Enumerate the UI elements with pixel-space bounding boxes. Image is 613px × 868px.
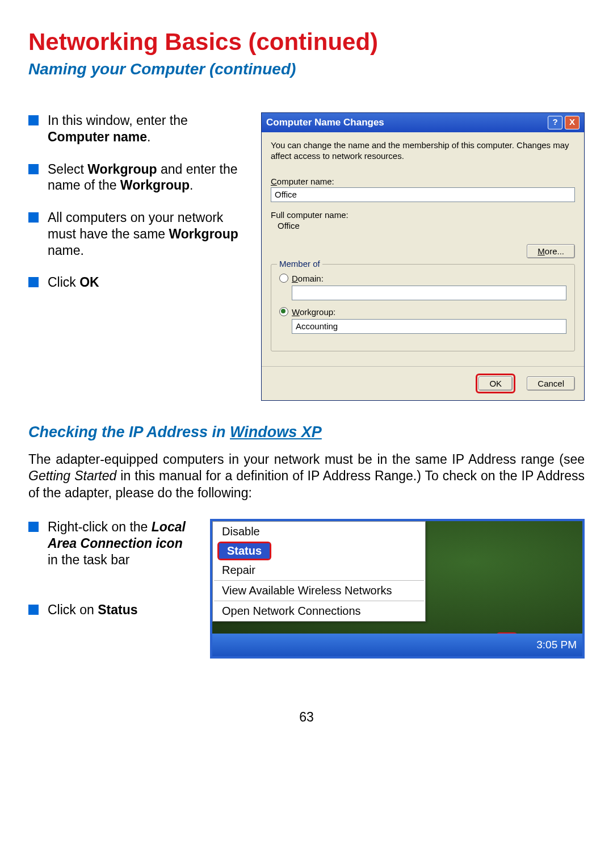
domain-input[interactable] [292,286,566,300]
member-of-group: Member of Domain: Workgroup: Accounting [271,264,575,351]
workgroup-input[interactable]: Accounting [292,319,566,334]
dialog-actions: OK Cancel [262,366,584,400]
menu-item-view-networks[interactable]: View Available Wireless Networks [214,582,424,599]
context-menu: Disable Status Repair View Available Wir… [212,521,426,622]
full-computer-name-value: Office [271,221,575,230]
menu-item-repair[interactable]: Repair [214,561,424,579]
help-button[interactable]: ? [548,116,562,129]
instruction-item: Click OK [28,274,244,291]
instruction-item: All computers on your network must have … [28,209,244,258]
full-computer-name-label: Full computer name: [271,210,575,220]
group-title: Member of [277,259,322,269]
taskbar[interactable]: 3:05 PM [212,634,582,656]
instruction-item: Click on Status [28,602,193,618]
ip-section-paragraph: The adapter-equipped computers in your n… [28,451,585,502]
section-subtitle: Naming your Computer (continued) [28,60,585,78]
computer-name-input[interactable]: Office [271,187,575,202]
cancel-button[interactable]: Cancel [527,376,575,391]
instructions-list-2: Right-click on the Local Area Connection… [28,519,193,634]
dialog-titlebar[interactable]: Computer Name Changes ? X [262,113,584,132]
bullet-square-icon [28,277,39,287]
dialog-description: You can change the name and the membersh… [271,140,575,162]
domain-radio[interactable]: Domain: [279,274,566,283]
close-button[interactable]: X [565,116,580,129]
more-button[interactable]: More... [527,244,575,258]
menu-item-status[interactable]: Status [219,543,270,559]
bullet-square-icon [28,212,39,223]
page-number: 63 [28,710,585,725]
computer-name-label: CComputer name:omputer name: [271,177,575,186]
bullet-square-icon [28,164,39,174]
section-title-ip: Checking the IP Address in Windows XP [28,423,585,441]
ok-button[interactable]: OK [478,376,513,391]
bullet-square-icon [28,522,39,532]
status-highlight: Status [217,542,271,560]
instruction-item: Select Workgroup and enter the name of t… [28,161,244,194]
instruction-item: In this window, enter the Computer name. [28,112,244,145]
ok-highlight: OK [476,374,515,393]
menu-separator [214,580,424,581]
dialog-title-text: Computer Name Changes [266,117,545,128]
context-menu-screenshot: Disable Status Repair View Available Wir… [210,519,585,659]
bullet-square-icon [28,605,39,615]
menu-item-disable[interactable]: Disable [214,523,424,540]
menu-item-open-connections[interactable]: Open Network Connections [214,602,424,620]
instructions-list-1: In this window, enter the Computer name.… [28,112,244,307]
workgroup-radio[interactable]: Workgroup: [279,307,566,317]
bullet-square-icon [28,115,39,125]
menu-separator [214,601,424,601]
page-title: Networking Basics (continued) [28,28,585,56]
taskbar-clock: 3:05 PM [536,639,577,651]
computer-name-changes-dialog: Computer Name Changes ? X You can change… [261,112,585,401]
instruction-item: Right-click on the Local Area Connection… [28,519,193,568]
